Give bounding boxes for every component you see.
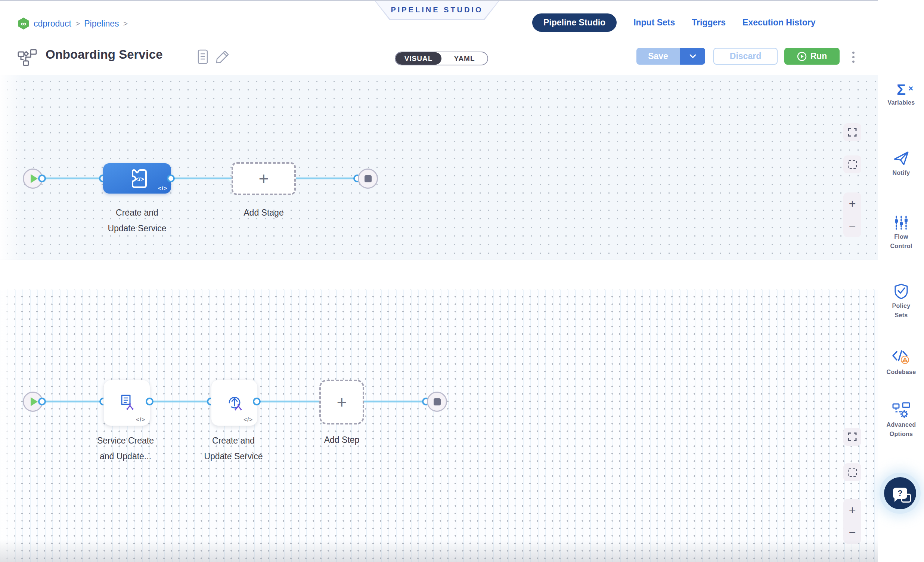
top-bar: ∞ cdproduct > Pipelines > PIPELINE STUDI… <box>0 0 878 40</box>
connector-port[interactable] <box>146 398 153 406</box>
top-nav-tabs: Pipeline Studio Input Sets Triggers Exec… <box>532 13 816 32</box>
pipeline-studio-app: ∞ cdproduct > Pipelines > PIPELINE STUDI… <box>0 0 924 562</box>
marquee-icon <box>848 468 857 477</box>
sidebar-item-policy-sets[interactable]: PolicySets <box>878 283 924 320</box>
add-step-button[interactable]: + <box>320 380 364 424</box>
execution-canvas[interactable]: </> </> + Service Create and Update... C… <box>0 290 878 562</box>
zoom-in-button[interactable]: + <box>849 198 856 210</box>
notes-icon[interactable] <box>197 49 208 64</box>
connector-port[interactable] <box>38 174 46 182</box>
sidebar-item-codebase[interactable]: Codebase <box>878 349 924 377</box>
script-step-icon <box>117 392 138 413</box>
pipeline-end-node <box>358 168 378 189</box>
breadcrumb-pipelines-link[interactable]: Pipelines <box>84 19 119 29</box>
harness-logo-icon: ∞ <box>18 17 30 30</box>
tab-execution-history[interactable]: Execution History <box>742 18 816 28</box>
marquee-select-button[interactable] <box>843 155 861 173</box>
toggle-visual[interactable]: VISUAL <box>396 52 441 65</box>
start-play-icon <box>31 397 38 406</box>
connector-port[interactable] <box>253 398 261 406</box>
canvas-bottom-shade <box>0 539 878 562</box>
start-play-icon <box>31 174 38 183</box>
marquee-select-button[interactable] <box>843 463 861 481</box>
step2-label: Create and Update Service <box>177 433 290 464</box>
page-title: Onboarding Service <box>46 47 163 62</box>
save-dropdown-button[interactable] <box>680 48 705 65</box>
chevron-down-icon <box>689 54 696 59</box>
svg-text:</>: </> <box>135 176 144 182</box>
sidebar-item-flow-control[interactable]: FlowControl <box>878 215 924 251</box>
breadcrumb-project-link[interactable]: cdproduct <box>34 19 71 29</box>
end-stop-icon <box>434 398 441 406</box>
step-node-create-update-service[interactable]: </> <box>211 380 258 426</box>
execution-end-node <box>427 392 447 412</box>
edit-pencil-icon[interactable] <box>215 49 230 64</box>
tab-pipeline-studio[interactable]: Pipeline Studio <box>532 14 616 32</box>
plus-icon: + <box>337 394 347 411</box>
svg-text:∞: ∞ <box>21 20 26 28</box>
breadcrumb-separator: > <box>75 19 80 28</box>
flow-control-sliders-icon <box>894 215 909 231</box>
zoom-controls: + − <box>843 499 861 544</box>
zoom-in-button[interactable]: + <box>849 504 856 516</box>
canvas-left-shade <box>0 290 22 562</box>
fullscreen-icon <box>848 128 857 137</box>
pipeline-studio-banner: PIPELINE STUDIO <box>375 1 500 20</box>
step-code-mark[interactable]: </> <box>136 416 145 422</box>
zoom-out-button[interactable]: − <box>849 526 856 538</box>
stage-label: Create and Update Service <box>81 205 193 236</box>
sidebar-item-variables[interactable]: Σ× Variables <box>878 81 924 107</box>
notify-paper-plane-icon <box>892 149 910 167</box>
custom-stage-icon: </> <box>126 168 148 189</box>
add-stage-button[interactable]: + <box>231 162 296 195</box>
visual-yaml-toggle: VISUAL YAML <box>395 51 488 65</box>
toggle-yaml[interactable]: YAML <box>441 52 488 65</box>
step-node-service-create-update[interactable]: </> <box>104 380 150 426</box>
stage-tab-bar: Overview Execution Advanced Save as Temp… <box>0 260 878 290</box>
fullscreen-button[interactable] <box>843 123 861 141</box>
pipeline-icon <box>18 49 37 66</box>
marquee-icon <box>848 160 857 169</box>
run-button[interactable]: Run <box>784 48 840 65</box>
fullscreen-icon <box>848 432 857 441</box>
breadcrumb: ∞ cdproduct > Pipelines > <box>18 17 128 30</box>
stage-code-mark[interactable]: </> <box>158 185 167 191</box>
play-circle-icon <box>797 51 807 61</box>
stage-node-create-update-service[interactable]: </> </> <box>103 163 171 194</box>
step1-label: Service Create and Update... <box>69 433 182 464</box>
help-chat-button[interactable]: ? <box>884 477 916 509</box>
canvas-left-shade <box>0 75 22 260</box>
advanced-options-icon <box>892 402 910 419</box>
zoom-controls: + − <box>843 192 861 237</box>
codebase-icon <box>891 349 911 366</box>
sync-step-icon <box>224 392 245 413</box>
pipeline-canvas[interactable]: </> </> + Create and Update Service Add … <box>0 75 878 260</box>
connector-port[interactable] <box>167 174 175 182</box>
zoom-out-button[interactable]: − <box>849 220 856 232</box>
step-code-mark[interactable]: </> <box>243 416 253 422</box>
variables-icon: Σ× <box>897 81 906 98</box>
discard-button[interactable]: Discard <box>713 48 778 65</box>
plus-icon: + <box>259 170 269 187</box>
end-stop-icon <box>364 175 372 182</box>
banner-text: PIPELINE STUDIO <box>391 6 483 14</box>
sidebar-item-advanced-options[interactable]: AdvancedOptions <box>878 402 924 439</box>
edge-line <box>33 177 368 179</box>
add-stage-label: Add Stage <box>208 205 320 221</box>
chat-second-bubble-icon <box>901 494 911 503</box>
add-step-label: Add Step <box>286 432 398 448</box>
policy-shield-icon <box>893 283 909 300</box>
pipeline-title-bar: Onboarding Service VISUAL YAML Save Disc… <box>0 39 878 75</box>
breadcrumb-separator: > <box>123 19 128 28</box>
more-options-kebab-icon[interactable] <box>850 50 857 65</box>
save-button[interactable]: Save <box>636 48 680 65</box>
fullscreen-button[interactable] <box>843 428 861 446</box>
tab-input-sets[interactable]: Input Sets <box>633 18 675 28</box>
sidebar-item-notify[interactable]: Notify <box>878 149 924 177</box>
tab-triggers[interactable]: Triggers <box>692 18 726 28</box>
connector-port[interactable] <box>38 398 46 406</box>
window-top-edge <box>0 0 924 1</box>
